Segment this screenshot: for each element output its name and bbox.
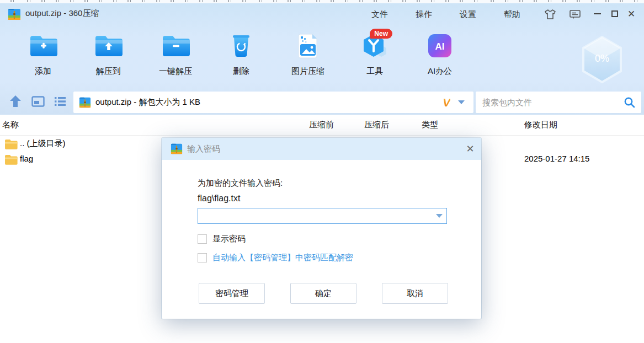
file-modified-date: 2025-01-27 14:15 — [524, 154, 589, 163]
minimize-button[interactable] — [589, 7, 605, 21]
address-bar[interactable]: output.zip - 解包大小为 1 KB V — [73, 92, 473, 113]
search-icon[interactable] — [624, 97, 636, 109]
column-type[interactable]: 类型 — [422, 120, 438, 130]
svg-text:AI: AI — [435, 41, 445, 52]
column-modified[interactable]: 修改日期 — [524, 120, 557, 130]
vip-dropdown-icon[interactable] — [458, 100, 465, 104]
menu-bar: 文件 操作 设置 帮助 — [358, 8, 534, 22]
toolbar-image-compress-label: 图片压缩 — [279, 66, 337, 77]
folder-icon — [4, 139, 18, 149]
folder-icon — [4, 154, 18, 165]
view-mode-icon[interactable] — [30, 94, 46, 109]
password-history-dropdown[interactable] — [432, 208, 446, 223]
address-zip-icon — [79, 97, 91, 109]
menu-operation[interactable]: 操作 — [402, 8, 446, 22]
folder-add-icon — [29, 33, 57, 62]
auto-match-checkbox[interactable] — [198, 253, 207, 262]
auto-match-label: 自动输入【密码管理】中密码匹配解密 — [212, 253, 353, 263]
ok-button[interactable]: 确定 — [290, 283, 356, 304]
app-window: output.zip - 360压缩 文件 操作 设置 帮助 — [0, 0, 644, 343]
title-bar: output.zip - 360压缩 文件 操作 设置 帮助 — [0, 3, 644, 25]
toolbar-image-compress-button[interactable]: 图片压缩 — [279, 31, 337, 86]
show-password-label: 显示密码 — [212, 234, 246, 244]
toolbar-one-click-extract-button[interactable]: 一键解压 — [147, 31, 204, 86]
address-path-text: output.zip - 解包大小为 1 KB — [95, 97, 443, 108]
menu-settings[interactable]: 设置 — [446, 8, 490, 22]
toolbar-extract-to-button[interactable]: 解压到 — [79, 31, 137, 86]
feedback-icon[interactable] — [568, 8, 582, 21]
tools-new-badge: New — [370, 29, 392, 39]
password-input[interactable] — [198, 208, 432, 223]
dialog-zip-icon — [171, 143, 183, 155]
toolbar-one-click-extract-label: 一键解压 — [147, 66, 204, 77]
toolbar-tools-button[interactable]: New 工具 — [346, 31, 403, 86]
toolbar-ai-office-button[interactable]: AI AI办公 — [411, 31, 469, 86]
maximize-button[interactable] — [607, 7, 622, 21]
toolbar-add-button[interactable]: 添加 — [14, 31, 72, 86]
show-password-option[interactable]: 显示密码 — [198, 234, 246, 244]
toolbar-add-label: 添加 — [14, 66, 72, 77]
toolbar-extract-to-label: 解压到 — [79, 66, 137, 77]
image-compress-icon — [294, 33, 322, 62]
close-button[interactable]: ✕ — [624, 7, 639, 21]
toolbar: 添加 解压到 — [0, 25, 644, 89]
chevron-down-icon — [436, 214, 443, 218]
toolbar-ai-office-label: AI办公 — [411, 66, 469, 77]
app-zip-icon — [8, 8, 21, 21]
search-input[interactable] — [482, 98, 624, 107]
tools-hexagon-icon: New — [360, 33, 389, 62]
window-title: output.zip - 360压缩 — [25, 8, 99, 19]
password-dialog: 输入密码 ✕ 为加密的文件输入密码: flag\flag.txt 显示密码 自动… — [162, 138, 481, 319]
password-combo — [198, 208, 447, 224]
folder-one-click-extract-icon — [161, 33, 190, 62]
toolbar-delete-button[interactable]: 删除 — [212, 31, 270, 86]
window-chrome: output.zip - 360压缩 文件 操作 设置 帮助 — [0, 3, 644, 115]
column-size-before[interactable]: 压缩前 — [309, 120, 334, 130]
trash-icon — [227, 33, 256, 62]
cancel-button[interactable]: 取消 — [382, 283, 448, 304]
list-view-icon[interactable] — [52, 94, 68, 109]
file-name: .. (上级目录) — [20, 138, 66, 149]
column-size-after[interactable]: 压缩后 — [364, 120, 389, 130]
column-name[interactable]: 名称 — [2, 120, 19, 130]
toolbar-delete-label: 删除 — [212, 66, 270, 77]
column-header-row: 名称 压缩前 压缩后 类型 修改日期 — [0, 115, 644, 136]
menu-help[interactable]: 帮助 — [490, 8, 534, 22]
password-prompt: 为加密的文件输入密码: — [198, 178, 283, 189]
show-password-checkbox[interactable] — [198, 234, 207, 244]
up-directory-icon[interactable] — [8, 94, 23, 109]
password-manage-button[interactable]: 密码管理 — [199, 283, 265, 304]
dialog-close-icon[interactable]: ✕ — [459, 143, 481, 155]
progress-percent: 0% — [581, 53, 624, 65]
toolbar-tools-label: 工具 — [346, 66, 403, 77]
ai-office-icon: AI — [425, 33, 454, 62]
vip-v-logo[interactable]: V — [443, 96, 450, 109]
search-box — [476, 92, 641, 113]
dialog-title-bar: 输入密码 ✕ — [162, 138, 481, 160]
clean-progress-badge[interactable]: 0% — [581, 35, 624, 84]
skin-tshirt-icon[interactable] — [543, 8, 557, 21]
folder-extract-to-icon — [94, 33, 123, 62]
auto-match-option[interactable]: 自动输入【密码管理】中密码匹配解密 — [198, 253, 353, 263]
file-name: flag — [20, 154, 33, 163]
menu-file[interactable]: 文件 — [358, 8, 402, 22]
dialog-title: 输入密码 — [187, 144, 459, 154]
address-row: output.zip - 解包大小为 1 KB V — [0, 89, 644, 115]
encrypted-file-path: flag\flag.txt — [198, 194, 240, 203]
